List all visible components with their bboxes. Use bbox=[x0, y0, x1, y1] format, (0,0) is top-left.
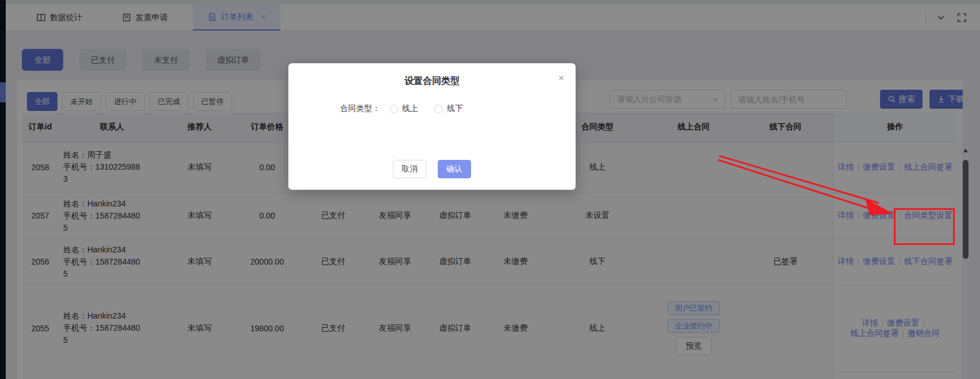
contract-type-radio-group: 线上 线下 bbox=[389, 104, 463, 114]
radio-online[interactable]: 线上 bbox=[389, 104, 418, 114]
confirm-button[interactable]: 确认 bbox=[438, 160, 471, 178]
modal-body: 合同类型： 线上 线下 bbox=[288, 104, 576, 114]
modal-title: 设置合同类型 bbox=[288, 75, 576, 87]
radio-circle-icon[interactable] bbox=[389, 105, 398, 113]
radio-circle-icon[interactable] bbox=[434, 105, 443, 113]
cancel-button[interactable]: 取消 bbox=[393, 160, 426, 178]
set-contract-type-modal: 设置合同类型 × 合同类型： 线上 线下 取消 确认 bbox=[288, 63, 576, 190]
close-icon[interactable]: × bbox=[558, 73, 564, 83]
annotation-highlight-box bbox=[894, 208, 955, 245]
radio-online-label: 线上 bbox=[402, 104, 418, 114]
radio-offline[interactable]: 线下 bbox=[434, 104, 463, 114]
contract-type-label: 合同类型： bbox=[340, 104, 380, 114]
modal-footer: 取消 确认 bbox=[288, 160, 576, 178]
radio-offline-label: 线下 bbox=[447, 104, 463, 114]
